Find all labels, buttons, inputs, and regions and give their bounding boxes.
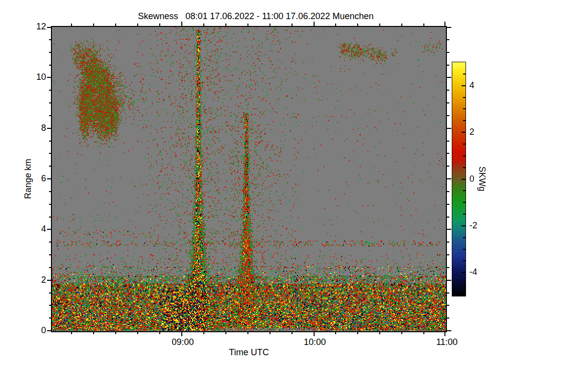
x-minor-tick (93, 24, 94, 26)
y-major-tick (47, 178, 51, 179)
x-major-tick (314, 332, 315, 336)
x-minor-tick (71, 332, 72, 334)
colorbar-tick-label: -4 (469, 267, 477, 277)
colorbar-major-tick (462, 132, 466, 133)
y-major-tick (447, 330, 451, 331)
y-major-tick (447, 280, 451, 281)
x-minor-tick (203, 24, 204, 26)
colorbar-minor-tick (463, 249, 466, 250)
y-minor-tick (447, 39, 449, 40)
y-minor-tick (49, 267, 51, 268)
y-minor-tick (447, 166, 449, 167)
x-minor-tick (401, 24, 402, 26)
y-tick-label: 0 (19, 325, 46, 336)
colorbar-tick-label: 2 (469, 127, 474, 137)
heatmap-canvas (52, 27, 446, 331)
y-minor-tick (49, 141, 51, 142)
x-minor-tick (225, 24, 226, 26)
y-minor-tick (49, 102, 51, 103)
x-minor-tick (401, 332, 402, 334)
y-minor-tick (447, 293, 449, 294)
x-minor-tick (159, 332, 160, 334)
colorbar-minor-tick (463, 237, 466, 238)
y-minor-tick (49, 39, 51, 40)
y-major-tick (47, 27, 51, 28)
colorbar-minor-tick (463, 260, 466, 261)
x-minor-tick (357, 332, 358, 334)
x-minor-tick (115, 24, 116, 26)
x-minor-tick (247, 332, 248, 334)
y-major-tick (447, 178, 451, 179)
y-minor-tick (447, 191, 449, 192)
x-minor-tick (423, 332, 424, 334)
y-minor-tick (49, 254, 51, 255)
colorbar-minor-tick (463, 74, 466, 74)
x-minor-tick (379, 332, 380, 334)
x-minor-tick (203, 332, 204, 334)
colorbar-minor-tick (463, 167, 466, 168)
x-minor-tick (357, 24, 358, 26)
x-major-tick (181, 332, 182, 336)
colorbar-minor-tick (463, 190, 466, 191)
y-tick-label: 6 (19, 173, 46, 184)
x-major-tick (444, 332, 445, 336)
y-minor-tick (447, 65, 449, 66)
y-minor-tick (447, 204, 449, 205)
x-axis-label: Time UTC (229, 347, 269, 358)
colorbar-major-tick (462, 225, 466, 226)
colorbar-minor-tick (463, 155, 466, 156)
colorbar-minor-tick (463, 144, 466, 145)
y-minor-tick (49, 65, 51, 66)
x-major-tick (444, 22, 445, 26)
colorbar-minor-tick (463, 120, 466, 121)
colorbar-tick-label: 4 (469, 80, 474, 91)
y-minor-tick (447, 242, 449, 243)
chart-title: Skewness 08:01 17.06.2022 - 11:00 17.06.… (138, 11, 373, 22)
y-major-tick (47, 280, 51, 281)
y-minor-tick (49, 90, 51, 91)
y-major-tick (447, 128, 451, 129)
y-major-tick (47, 77, 51, 78)
x-minor-tick (335, 24, 336, 26)
y-tick-label: 10 (19, 72, 46, 82)
colorbar-major-tick (462, 179, 466, 180)
plot-area (51, 26, 447, 332)
y-minor-tick (447, 90, 449, 91)
x-tick-label: 09:00 (172, 337, 194, 347)
colorbar-major-tick (462, 85, 466, 86)
y-major-tick (47, 330, 51, 331)
x-minor-tick (137, 24, 138, 26)
x-minor-tick (93, 332, 94, 334)
y-minor-tick (447, 217, 449, 218)
y-tick-label: 8 (19, 123, 46, 133)
x-major-tick (181, 22, 182, 26)
y-minor-tick (49, 52, 51, 53)
x-minor-tick (270, 332, 270, 334)
y-minor-tick (447, 153, 449, 154)
colorbar-minor-tick (463, 284, 466, 285)
x-minor-tick (247, 24, 248, 26)
x-minor-tick (292, 332, 293, 334)
colorbar-minor-tick (463, 97, 466, 98)
y-minor-tick (49, 242, 51, 243)
y-minor-tick (447, 52, 449, 53)
x-minor-tick (115, 332, 116, 334)
y-minor-tick (447, 102, 449, 103)
x-major-tick (314, 22, 315, 26)
figure: Skewness 08:01 17.06.2022 - 11:00 17.06.… (0, 0, 588, 392)
colorbar-minor-tick (463, 108, 466, 109)
y-minor-tick (447, 267, 449, 268)
y-tick-label: 2 (19, 275, 46, 285)
y-major-tick (47, 229, 51, 230)
y-minor-tick (447, 318, 449, 318)
colorbar-tick-label: -2 (469, 220, 477, 231)
x-minor-tick (335, 332, 336, 334)
y-minor-tick (447, 141, 449, 142)
x-minor-tick (159, 24, 160, 26)
x-minor-tick (270, 24, 270, 26)
y-minor-tick (49, 318, 51, 318)
y-minor-tick (447, 254, 449, 255)
y-minor-tick (49, 166, 51, 167)
colorbar-minor-tick (463, 202, 466, 203)
y-tick-label: 12 (19, 22, 46, 32)
